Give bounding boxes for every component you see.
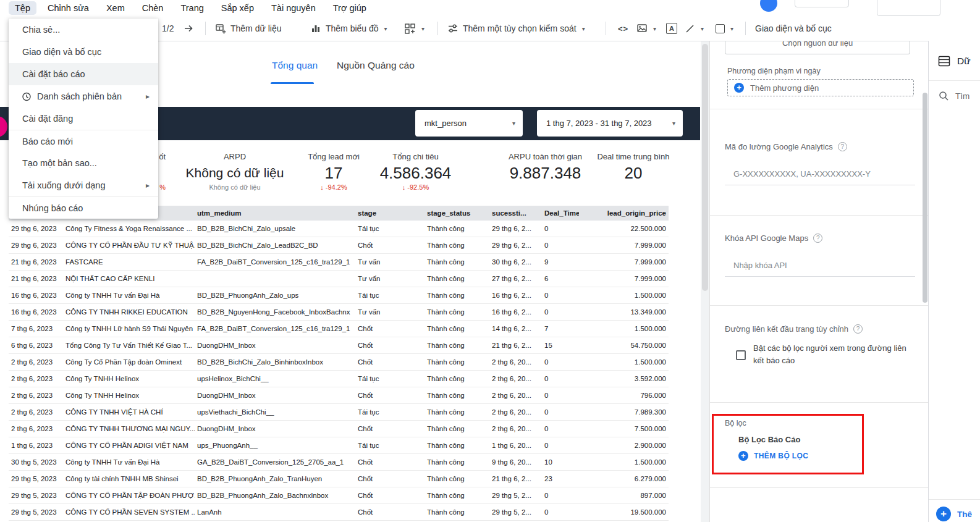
help-icon[interactable]: ?	[853, 324, 863, 334]
insert-line-button[interactable]: ▾	[685, 16, 704, 41]
cell-deal-time: 6	[542, 271, 579, 287]
cell-company: Tổng Công Ty Tư Vấn Thiết Kế Giao T...	[63, 337, 195, 353]
menu-item-version-history[interactable]: Danh sách phiên bản ▸	[9, 85, 158, 107]
ga-measurement-input[interactable]	[725, 167, 915, 185]
maps-api-input[interactable]	[725, 258, 915, 277]
menu-item-label: Danh sách phiên bản	[37, 91, 122, 101]
person-filter-dropdown[interactable]: mkt_person ▾	[415, 110, 523, 137]
menu-arrange[interactable]: Sắp xếp	[215, 1, 260, 15]
help-icon[interactable]: ?	[838, 142, 847, 151]
cell-company: Công Ty TNHH Helinox	[63, 371, 195, 387]
text-box-icon: A	[666, 23, 677, 34]
toolbar-separator	[606, 22, 606, 35]
col-header-utm-medium[interactable]: utm_medium	[195, 206, 355, 221]
insert-shape-button[interactable]: ▾	[716, 16, 733, 41]
cell-success-date: 2 thg 6, 20...	[489, 404, 542, 420]
cell-success-date: 30 thg 6, 2...	[489, 254, 542, 270]
cell-success-date: 2 thg 6, 20...	[489, 354, 542, 370]
cell-lead-origin-price: 2.900.000	[579, 437, 669, 453]
cell-stage: Tái tục	[355, 221, 425, 237]
table-row: 2 thg 6, 2023 Công Ty Cổ Phần Tập đoàn O…	[9, 354, 669, 371]
cell-deal-time: 15	[542, 337, 579, 353]
community-visualizations-button[interactable]: ▾	[404, 16, 425, 41]
add-control-button[interactable]: Thêm một tùy chọn kiểm soát ▾	[447, 16, 585, 41]
canvas-scrollbar-thumb[interactable]	[702, 44, 708, 291]
topbar-button-cutoff-2[interactable]	[877, 0, 940, 16]
menu-view[interactable]: Xem	[100, 1, 131, 15]
menu-item-report-settings[interactable]: Cài đặt báo cáo	[9, 63, 158, 85]
theme-layout-button[interactable]: Giao diện và bố cục	[755, 16, 832, 41]
cell-utm-medium: BD_B2B_BichChi_Zalo_BinhinboxInbox	[195, 354, 355, 370]
field-search[interactable]: Tìm	[938, 90, 969, 101]
ga-measurement-text: Mã đo lường Google Analytics	[725, 142, 833, 151]
col-header-deal-time[interactable]: Deal_Time	[542, 206, 579, 221]
col-header-sucessti[interactable]: sucessti...	[489, 206, 542, 221]
menu-page[interactable]: Trang	[174, 1, 209, 15]
table-row: 16 thg 6, 2023 Công ty TNHH Tư vấn Đại H…	[9, 287, 669, 304]
cell-stage-status: Thành công	[425, 454, 489, 470]
menu-item-download-as[interactable]: Tải xuống dưới dạng ▸	[9, 174, 158, 196]
date-range-dropdown[interactable]: 1 thg 7, 2023 - 31 thg 7, 2023 ▾	[537, 110, 683, 137]
menu-edit[interactable]: Chỉnh sửa	[41, 1, 95, 15]
menu-item-embed-report[interactable]: Nhúng báo cáo	[9, 196, 158, 219]
tab-tong-quan[interactable]: Tổng quan	[272, 60, 318, 71]
cell-stage-status: Thành công	[425, 271, 489, 287]
cell-date: 30 thg 5, 2023	[9, 454, 63, 470]
menu-help[interactable]: Trợ giúp	[327, 1, 373, 15]
embed-url-button[interactable]: <>	[618, 16, 628, 41]
kpi-value: 4.586.364	[361, 163, 470, 183]
cell-success-date: 16 thg 6, 2...	[489, 287, 542, 303]
cell-stage-status: Thành công	[425, 254, 489, 270]
table-row: 2 thg 6, 2023 Công Ty TNHH Helinox Duong…	[9, 387, 669, 404]
insert-image-button[interactable]: ▾	[636, 16, 656, 41]
ga-measurement-label: Mã đo lường Google Analytics ?	[725, 142, 847, 151]
add-data-button[interactable]: Thêm dữ liệu	[215, 16, 282, 41]
menu-item-share[interactable]: Chia sẻ...	[9, 19, 158, 41]
cell-stage-status: Thành công	[425, 437, 489, 453]
help-icon[interactable]: ?	[813, 234, 822, 243]
add-field-button[interactable]: + Thê	[936, 507, 972, 521]
scorecard-dealtime[interactable]: Deal time trung bình 20	[575, 152, 692, 183]
menu-insert[interactable]: Chèn	[136, 1, 170, 15]
cell-utm-medium: BD_B2B_PhuongAnh_Zalo_TranHuyen	[195, 471, 355, 487]
kpi-value: Không có dữ liệu	[173, 163, 297, 183]
viewer-filters-option: Bật các bộ lọc người xem trong đường liê…	[736, 342, 916, 367]
topbar-button-cutoff-1[interactable]	[795, 0, 849, 7]
cell-date: 16 thg 6, 2023	[9, 287, 63, 303]
next-page-button[interactable]	[183, 16, 194, 41]
menu-item-make-copy[interactable]: Tạo một bản sao...	[9, 152, 158, 174]
insert-text-button[interactable]: A	[666, 16, 677, 41]
add-chart-button[interactable]: Thêm biểu đồ ▾	[310, 16, 387, 41]
scorecard-arpd[interactable]: ARPD Không có dữ liệu Không có dữ liệu	[173, 152, 297, 191]
cell-date: 2 thg 6, 2023	[9, 387, 63, 403]
tab-nguon-quang-cao[interactable]: Nguồn Quảng cáo	[337, 60, 415, 71]
report-table[interactable]: utm_medium stage stage_status sucessti..…	[9, 206, 669, 521]
cell-lead-origin-price: 1.500.000	[579, 454, 669, 470]
theme-layout-label: Giao diện và bố cục	[755, 23, 832, 33]
viewer-filters-checkbox[interactable]	[736, 350, 746, 360]
cell-deal-time: 10	[542, 454, 579, 470]
cell-utm-medium: DuongDHM_Inbox	[195, 387, 355, 403]
menu-item-theme-layout[interactable]: Giao diện và bố cục	[9, 41, 158, 63]
menu-file[interactable]: Tệp	[9, 1, 36, 15]
menu-item-publish-settings[interactable]: Cài đặt đăng	[9, 107, 158, 130]
shape-icon	[716, 24, 725, 33]
cell-stage-status: Thành công	[425, 354, 489, 370]
col-header-stage[interactable]: stage	[355, 206, 425, 221]
menu-item-new-report[interactable]: Báo cáo mới	[9, 130, 158, 152]
select-data-source-button[interactable]: Chọn nguồn dữ liệu	[725, 41, 910, 54]
menu-resource[interactable]: Tài nguyên	[265, 1, 322, 15]
date-dimension-label: Phương diện phạm vi ngày	[727, 67, 821, 75]
cell-lead-origin-price: 7.999.000	[579, 237, 669, 253]
active-tab-underline	[271, 82, 314, 84]
sidebar-scrollbar-thumb[interactable]	[923, 93, 927, 303]
cell-utm-medium: DuongDHM_Inbox	[195, 337, 355, 353]
cell-company: CÔNG TY TNHH THƯƠNG MẠI NGUY...	[63, 421, 195, 437]
scorecard-spend[interactable]: Tổng chi tiêu 4.586.364 ↓ -92.5%	[361, 152, 470, 191]
menu-item-label: Cài đặt báo cáo	[22, 69, 85, 79]
col-header-stage-status[interactable]: stage_status	[425, 206, 489, 221]
cell-date: 2 thg 6, 2023	[9, 371, 63, 387]
menu-item-label: Báo cáo mới	[22, 137, 73, 146]
col-header-lead-origin-price[interactable]: lead_origin_price	[579, 206, 669, 221]
add-dimension-button[interactable]: + Thêm phương diện	[727, 79, 914, 96]
